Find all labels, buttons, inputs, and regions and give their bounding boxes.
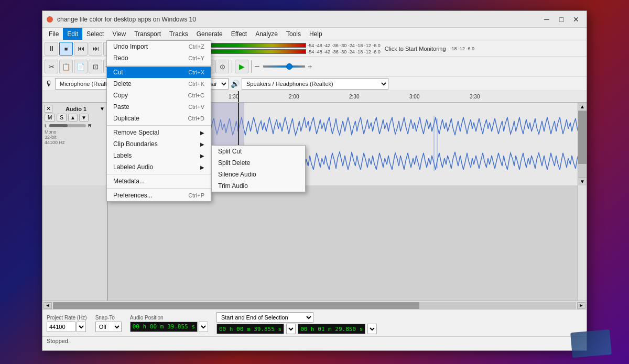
snap-to-select[interactable]: Off: [95, 322, 122, 332]
audio-position-dropdown[interactable]: ▼: [199, 322, 208, 332]
v-scrollbar: ▲ ▼: [578, 103, 587, 185]
remove-special-label: Remove Special: [113, 129, 159, 136]
project-rate-group: Project Rate (Hz) ▼: [47, 315, 87, 332]
menu-transport[interactable]: Transport: [130, 28, 165, 40]
ruler-mark-130: 1:30: [229, 94, 238, 100]
speed-slider[interactable]: [263, 65, 305, 68]
menu-tracks[interactable]: Tracks: [165, 28, 192, 40]
trim-tool[interactable]: ⊡: [89, 60, 102, 73]
speaker-select[interactable]: Speakers / Headphones (Realtek): [242, 78, 388, 90]
project-rate-dropdown[interactable]: ▼: [77, 322, 86, 332]
maximize-button[interactable]: □: [555, 14, 568, 25]
skip-end-button[interactable]: ⏭: [89, 42, 102, 56]
labeled-audio-arrow: ▶: [200, 164, 204, 170]
labels-item[interactable]: Labels ▶: [107, 150, 211, 161]
minus-icon: −: [254, 61, 260, 72]
project-rate-label: Project Rate (Hz): [47, 315, 87, 321]
scroll-down-button[interactable]: ▼: [578, 177, 587, 185]
audio-position-display: 00 h 00 m 39.855 s: [130, 322, 198, 332]
undo-import-item[interactable]: Undo Import Ctrl+Z: [107, 41, 211, 52]
split-delete-item[interactable]: Split Delete: [212, 157, 305, 169]
cut-shortcut: Ctrl+X: [188, 69, 204, 75]
redo-item[interactable]: Redo Ctrl+Y: [107, 52, 211, 64]
selection-start-dropdown[interactable]: ▼: [286, 324, 296, 334]
project-rate-value-row: ▼: [47, 322, 87, 332]
ruler-mark-230: 2:30: [349, 94, 359, 100]
close-button[interactable]: ✕: [570, 14, 582, 25]
remove-special-item[interactable]: Remove Special ▶: [107, 127, 211, 138]
stopped-label: Stopped.: [47, 338, 70, 344]
scroll-left-button[interactable]: ◄: [44, 302, 52, 309]
status-bar: Project Rate (Hz) ▼ Snap-To Off Audio Po…: [42, 310, 587, 346]
selection-end-dropdown[interactable]: ▼: [367, 324, 377, 334]
preferences-item[interactable]: Preferences... Ctrl+P: [107, 190, 211, 201]
zoom-toggle[interactable]: ⊙: [215, 60, 229, 73]
cut-item[interactable]: Cut Ctrl+X: [107, 67, 211, 78]
preferences-shortcut: Ctrl+P: [188, 192, 204, 198]
menu-help[interactable]: Help: [305, 28, 327, 40]
skip-start-button[interactable]: ⏮: [74, 42, 88, 56]
metadata-label: Metadata...: [113, 178, 145, 185]
menu-select[interactable]: Select: [82, 28, 108, 40]
menu-view[interactable]: View: [108, 28, 130, 40]
h-scroll-track: [53, 302, 576, 309]
audio-position-group: Audio Position 00 h 00 m 39.855 s ▼: [130, 315, 208, 332]
up-button[interactable]: ▲: [68, 114, 78, 122]
metadata-item[interactable]: Metadata...: [107, 175, 211, 187]
scroll-thumb[interactable]: [578, 111, 587, 164]
pause-button[interactable]: ⏸: [45, 42, 58, 56]
copy-tool[interactable]: 📋: [59, 60, 73, 73]
paste-tool[interactable]: 📄: [74, 60, 88, 73]
audio-position-label: Audio Position: [130, 315, 208, 321]
selection-type-select[interactable]: Start and End of Selection: [216, 312, 313, 323]
window-icon: [47, 16, 53, 23]
menu-edit[interactable]: Edit: [63, 28, 82, 40]
remove-special-submenu: Split Cut Split Delete Silence Audio Tri…: [211, 145, 306, 192]
minimize-button[interactable]: ─: [540, 14, 553, 25]
track-buttons: M S ▲ ▼: [45, 114, 105, 122]
scroll-up-button[interactable]: ▲: [578, 103, 587, 111]
stop-button[interactable]: ■: [59, 42, 73, 56]
selection-end-display: 00 h 01 m 29.850 s: [298, 324, 365, 334]
copy-item[interactable]: Copy Ctrl+C: [107, 90, 211, 101]
sep6: [251, 60, 252, 73]
redo-shortcut: Ctrl+Y: [188, 55, 204, 61]
menu-file[interactable]: File: [45, 28, 63, 40]
pan-label: R: [88, 123, 92, 128]
samplerate-label: 44100 Hz: [45, 140, 105, 145]
down-button[interactable]: ▼: [79, 114, 89, 122]
project-rate-input[interactable]: [47, 322, 75, 332]
bg-device: [570, 329, 612, 358]
clip-boundaries-item[interactable]: Clip Boundaries ▶: [107, 138, 211, 150]
menu-generate[interactable]: Generate: [192, 28, 227, 40]
close-track-icon[interactable]: ✕: [45, 105, 52, 113]
play-button[interactable]: ▶: [235, 60, 248, 73]
menu-effect[interactable]: Effect: [227, 28, 251, 40]
track-expand-icon[interactable]: ▼: [100, 106, 105, 112]
cut-tool[interactable]: ✂: [45, 60, 58, 73]
labeled-audio-item[interactable]: Labeled Audio ▶: [107, 161, 211, 173]
paste-item[interactable]: Paste Ctrl+V: [107, 101, 211, 113]
monitoring-text[interactable]: Click to Start Monitoring: [382, 46, 449, 52]
menu-analyze[interactable]: Analyze: [251, 28, 282, 40]
volume-slider[interactable]: [49, 124, 86, 127]
menu-tools[interactable]: Tools: [282, 28, 305, 40]
trim-audio-item[interactable]: Trim Audio: [212, 180, 305, 192]
mute-button[interactable]: M: [45, 114, 55, 122]
preferences-label: Preferences...: [113, 192, 153, 199]
duplicate-item[interactable]: Duplicate Ctrl+D: [107, 113, 211, 124]
paste-label: Paste: [113, 103, 129, 111]
delete-item[interactable]: Delete Ctrl+K: [107, 78, 211, 90]
h-scroll-thumb[interactable]: [53, 302, 419, 309]
snap-to-label: Snap-To: [95, 315, 122, 321]
scroll-right-button[interactable]: ►: [577, 302, 585, 309]
silence-audio-item[interactable]: Silence Audio: [212, 169, 305, 180]
split-cut-label: Split Cut: [218, 148, 242, 155]
empty-scrollbar: [578, 185, 587, 301]
app-window: change tile color for desktop apps on Wi…: [42, 10, 587, 351]
redo-label: Redo: [113, 54, 128, 62]
solo-button[interactable]: S: [57, 114, 67, 122]
ruler-mark-330: 3:30: [470, 94, 480, 100]
ruler-mark-3: 3:00: [409, 94, 419, 100]
split-cut-item[interactable]: Split Cut: [212, 146, 305, 157]
